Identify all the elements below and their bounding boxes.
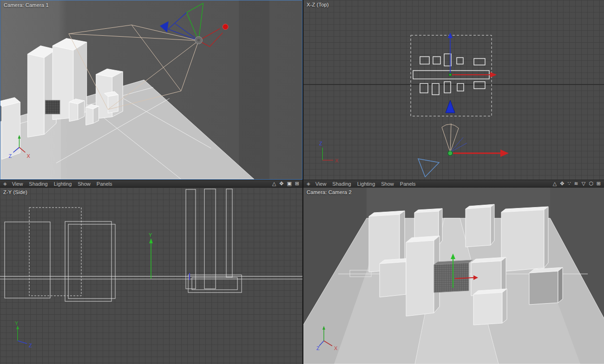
side-view-scene: Y Y Z [0, 188, 302, 364]
single-view-icon[interactable]: ▣ [287, 181, 291, 186]
building [0, 98, 20, 159]
viewport-title-camera2: Camera: Camera 2 [307, 189, 352, 195]
red-handle [223, 24, 228, 30]
menu-lighting[interactable]: Lighting [357, 181, 375, 187]
viewport-options-icon[interactable]: ◈ [3, 181, 7, 186]
menu-shading[interactable]: Shading [332, 181, 351, 187]
menu-panels[interactable]: Panels [97, 181, 112, 187]
axis-gizmo: Z X [319, 141, 339, 163]
viewport-camera2[interactable]: Z X Camera: Camera 2 [303, 188, 604, 364]
menu-panels[interactable]: Panels [400, 181, 416, 187]
building [27, 46, 56, 137]
viewport-top[interactable]: Z X X-Z (Top) [303, 0, 604, 180]
x-axis-label: X [335, 158, 339, 163]
vertices-mode-icon[interactable]: ∵ [567, 181, 571, 186]
warning-triangle-icon[interactable]: △ [553, 181, 557, 186]
selection-bounds [29, 208, 81, 296]
camera-lens [197, 39, 200, 42]
x-axis-label: X [26, 153, 30, 159]
x-axis-label: X [334, 345, 338, 351]
menu-show[interactable]: Show [381, 181, 394, 187]
camera2-gizmo[interactable] [418, 124, 509, 177]
shadow-band [239, 0, 269, 179]
toolbar-icon-group: △ ✥ ∵ ≋ ▽ ⬡ ⊞ [553, 181, 601, 186]
viewport-toolbar-left: ◈ View Shading Lighting Show Panels △ ✥ … [0, 180, 302, 188]
move-tool-icon[interactable]: ✥ [560, 181, 564, 186]
polygons-mode-icon[interactable]: ▽ [582, 181, 585, 186]
y-axis-handle[interactable]: Y [149, 232, 153, 279]
buildings-side-wireframe[interactable] [5, 189, 242, 301]
menu-lighting[interactable]: Lighting [54, 181, 72, 187]
viewport-title-camera1: Camera: Camera 1 [4, 2, 49, 8]
viewport-options-icon[interactable]: ◈ [307, 181, 310, 186]
axis-gizmo: Y Z [15, 320, 32, 348]
camera-fov-triangle [418, 159, 439, 177]
top-view-scene: Z X [303, 0, 604, 180]
camera2-scene: Z X [303, 188, 604, 364]
quad-view-icon[interactable]: ⊞ [295, 181, 299, 186]
quad-view-layout: Z X Camera: Camera 1 [0, 0, 604, 364]
menu-view[interactable]: View [315, 181, 327, 187]
y-axis-label: Y [15, 320, 19, 326]
toolbar-icon-group: △ ✥ ▣ ⊞ [272, 181, 299, 186]
z-axis-label: Z [29, 343, 32, 348]
z-axis-label: Z [319, 141, 322, 146]
z-axis-label: Z [316, 345, 320, 351]
z-handle-arrow[interactable] [446, 100, 455, 113]
items-mode-icon[interactable]: ⬡ [589, 181, 593, 186]
menu-shading[interactable]: Shading [29, 181, 47, 187]
viewport-title-side: Z-Y (Side) [3, 189, 27, 195]
camera-pivot[interactable] [448, 151, 453, 156]
building [501, 207, 548, 272]
building [473, 289, 507, 325]
quad-view-icon[interactable]: ⊞ [597, 181, 601, 186]
x-arrowhead [500, 150, 509, 157]
building [529, 267, 563, 305]
viewport-title-top: X-Z (Top) [307, 2, 329, 7]
viewport-toolbar-right: ◈ View Shading Lighting Show Panels △ ✥ … [303, 180, 604, 188]
viewport-side[interactable]: Y Y Z Z-Y (Side) [0, 188, 302, 364]
selected-subdivided-box[interactable] [45, 100, 60, 114]
building [466, 204, 494, 247]
warning-triangle-icon[interactable]: △ [272, 181, 276, 186]
camera-frustum [442, 124, 459, 152]
edges-mode-icon[interactable]: ≋ [574, 181, 578, 186]
z-axis-label: Z [9, 153, 12, 159]
menu-view[interactable]: View [12, 181, 23, 187]
camera1-scene: Z X [0, 0, 302, 179]
menu-show[interactable]: Show [78, 181, 91, 187]
y-axis-label: Y [149, 232, 152, 238]
viewport-camera1[interactable]: Z X Camera: Camera 1 [0, 0, 302, 180]
move-tool-icon[interactable]: ✥ [279, 181, 283, 186]
